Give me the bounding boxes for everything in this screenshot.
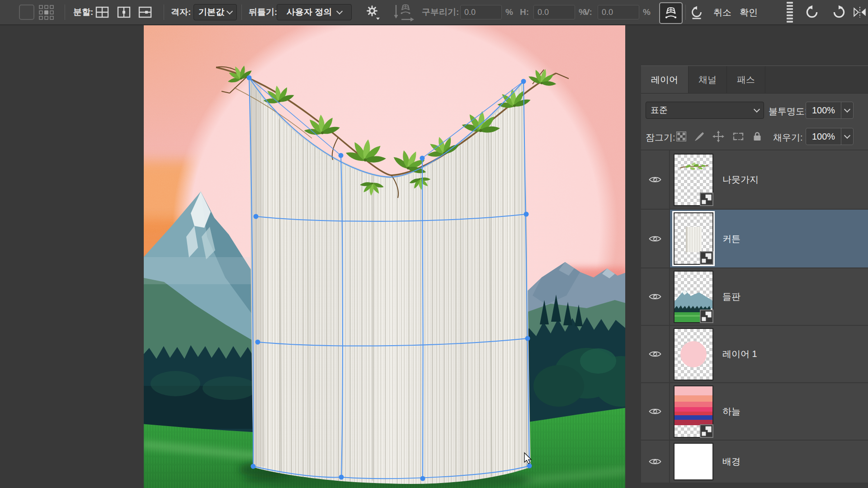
visibility-toggle[interactable] xyxy=(641,383,670,440)
lock-pixels-brush-icon[interactable] xyxy=(694,131,705,142)
warp-control-point[interactable] xyxy=(420,476,425,481)
layer-name: 들판 xyxy=(722,291,741,303)
warp-orientation-button[interactable] xyxy=(392,0,417,24)
visibility-toggle[interactable] xyxy=(641,210,670,267)
split-vertical-icon xyxy=(117,5,131,19)
toolbar-separator xyxy=(241,5,242,20)
layer-name: 나뭇가지 xyxy=(722,174,759,186)
visibility-toggle[interactable] xyxy=(641,150,670,209)
tool-preset-icon[interactable] xyxy=(19,0,34,24)
options-bar: 분할: 격자: 기본값 뒤틀기: 사용자 정 xyxy=(0,0,868,25)
split-crosswise-button[interactable] xyxy=(95,0,109,24)
fill-value-box[interactable]: 100% xyxy=(806,128,854,145)
toolbar-separator xyxy=(685,5,686,20)
warp-style-dropdown[interactable]: 사용자 정의 xyxy=(277,4,352,20)
warp-control-point[interactable] xyxy=(255,340,260,345)
eye-icon xyxy=(649,176,661,183)
lock-all-padlock-icon[interactable] xyxy=(752,131,762,142)
smart-object-badge xyxy=(700,192,713,206)
split-horizontal-button[interactable] xyxy=(138,0,152,24)
warp-mode-toggle-button[interactable] xyxy=(659,2,683,24)
layer-thumbnail[interactable] xyxy=(674,385,713,438)
grid-density-value: 기본값 xyxy=(198,6,224,18)
eye-icon xyxy=(649,350,661,358)
h-distort-input[interactable] xyxy=(533,5,575,19)
fill-value: 100% xyxy=(806,128,841,145)
tab-paths[interactable]: 패스 xyxy=(727,66,765,93)
warp-control-point[interactable] xyxy=(525,336,530,341)
layer-row-curtain[interactable]: 커튼 xyxy=(641,210,868,268)
visibility-toggle[interactable] xyxy=(641,268,670,325)
toolbar-separator xyxy=(65,5,65,20)
visibility-toggle[interactable] xyxy=(641,441,670,483)
warp-control-point[interactable] xyxy=(521,79,526,84)
warp-control-point[interactable] xyxy=(254,214,259,219)
undo-button[interactable] xyxy=(805,0,819,24)
panel-bottom-strip xyxy=(641,483,868,488)
bend-field-wrap: % xyxy=(460,0,513,24)
fill-label: 채우기: xyxy=(773,131,803,144)
layer-name: 커튼 xyxy=(722,233,741,245)
warp-control-point[interactable] xyxy=(524,212,529,217)
layers-list: 나뭇가지 커튼 xyxy=(641,150,868,483)
warp-control-point[interactable] xyxy=(247,75,252,80)
warp-style-value: 사용자 정의 xyxy=(287,6,332,18)
warp-label: 뒤틀기: xyxy=(249,0,277,24)
warp-control-point[interactable] xyxy=(527,464,532,469)
redo-icon xyxy=(832,5,846,19)
layer-thumbnail[interactable] xyxy=(674,212,713,265)
warp-control-point[interactable] xyxy=(339,475,344,480)
lock-transparency-icon[interactable] xyxy=(676,131,686,141)
blend-mode-dropdown[interactable]: 표준 xyxy=(646,102,764,119)
canvas-artwork xyxy=(144,24,625,488)
visibility-toggle[interactable] xyxy=(641,326,670,382)
lock-position-move-icon[interactable] xyxy=(712,131,724,142)
warp-options-button[interactable] xyxy=(364,0,381,24)
redo-button[interactable] xyxy=(832,0,846,24)
layer-thumbnail[interactable] xyxy=(674,154,713,206)
layer-name: 하늘 xyxy=(722,405,741,418)
reset-warp-button[interactable] xyxy=(690,0,703,24)
reference-point-locator[interactable] xyxy=(39,0,54,24)
split-vertical-button[interactable] xyxy=(117,0,131,24)
opacity-label: 불투명도: xyxy=(769,105,807,117)
v-distort-input[interactable] xyxy=(598,5,639,19)
bend-input[interactable] xyxy=(460,5,502,19)
v-unit: % xyxy=(643,7,651,17)
split-label: 분할: xyxy=(73,0,93,24)
chevron-down-icon xyxy=(754,106,760,113)
flip-button[interactable] xyxy=(853,0,867,24)
cancel-button[interactable]: 취소 xyxy=(713,0,731,24)
eye-icon xyxy=(649,293,661,300)
grid-density-dropdown[interactable]: 기본값 xyxy=(193,4,237,20)
document-canvas[interactable] xyxy=(144,24,625,488)
reset-icon xyxy=(690,5,703,19)
layer-controls: 표준 불투명도: 100% 잠그기: xyxy=(641,94,868,150)
layer-row-sky[interactable]: 하늘 xyxy=(641,383,868,441)
smart-object-badge xyxy=(700,310,713,323)
layer-row-background[interactable]: 배경 xyxy=(641,441,868,483)
v-field-wrap: % xyxy=(598,0,651,24)
warp-control-point[interactable] xyxy=(339,153,344,158)
lock-artboard-icon[interactable] xyxy=(732,131,745,142)
tab-channels[interactable]: 채널 xyxy=(689,66,727,93)
layer-row-branch[interactable]: 나뭇가지 xyxy=(641,150,868,210)
overlay-drag-handle[interactable] xyxy=(787,0,793,24)
reference-point-grid-icon xyxy=(39,5,54,20)
h-label: H: xyxy=(520,0,529,24)
layer-thumbnail[interactable] xyxy=(674,271,713,323)
layer-thumbnail[interactable] xyxy=(674,443,713,480)
layer-row-layer1[interactable]: 레이어 1 xyxy=(641,326,868,383)
toolbar-separator xyxy=(164,5,164,20)
confirm-button[interactable]: 확인 xyxy=(740,0,758,24)
v-label: V: xyxy=(584,0,592,24)
bend-unit: % xyxy=(505,7,513,17)
h-field-wrap: % xyxy=(533,0,586,24)
tab-layers[interactable]: 레이어 xyxy=(641,66,689,93)
warp-control-point[interactable] xyxy=(251,464,256,469)
layer-row-field[interactable]: 들판 xyxy=(641,268,868,326)
grid-label: 격자: xyxy=(171,0,191,24)
warp-control-point[interactable] xyxy=(420,156,425,161)
opacity-value-box[interactable]: 100% xyxy=(806,102,854,119)
layer-thumbnail[interactable] xyxy=(674,328,713,380)
